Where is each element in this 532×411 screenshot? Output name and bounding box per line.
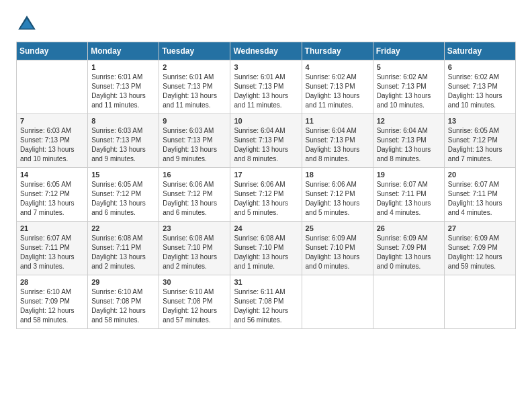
day-info: Sunrise: 6:03 AMSunset: 7:13 PMDaylight:…: [91, 126, 155, 164]
day-info: Sunrise: 6:10 AMSunset: 7:08 PMDaylight:…: [163, 287, 226, 325]
calendar-cell: 8 Sunrise: 6:03 AMSunset: 7:13 PMDayligh…: [88, 114, 159, 168]
day-number: 5: [377, 63, 441, 71]
header-saturday: Saturday: [444, 42, 515, 60]
calendar-cell: 10 Sunrise: 6:04 AMSunset: 7:13 PMDaylig…: [230, 114, 302, 168]
day-number: 31: [234, 278, 298, 286]
day-number: 24: [234, 224, 298, 232]
day-number: 30: [163, 278, 226, 286]
calendar-cell: 6 Sunrise: 6:02 AMSunset: 7:13 PMDayligh…: [444, 60, 515, 114]
day-info: Sunrise: 6:05 AMSunset: 7:12 PMDaylight:…: [91, 180, 155, 218]
calendar-cell: 17 Sunrise: 6:06 AMSunset: 7:12 PMDaylig…: [230, 168, 302, 222]
calendar-cell: [17, 60, 88, 114]
header-tuesday: Tuesday: [159, 42, 230, 60]
day-info: Sunrise: 6:04 AMSunset: 7:13 PMDaylight:…: [377, 126, 441, 164]
calendar-cell: 27 Sunrise: 6:09 AMSunset: 7:09 PMDaylig…: [444, 222, 515, 275]
day-info: Sunrise: 6:08 AMSunset: 7:10 PMDaylight:…: [163, 234, 226, 271]
calendar-cell: 18 Sunrise: 6:06 AMSunset: 7:12 PMDaylig…: [302, 168, 373, 222]
calendar-cell: 28 Sunrise: 6:10 AMSunset: 7:09 PMDaylig…: [17, 275, 88, 329]
calendar-cell: 4 Sunrise: 6:02 AMSunset: 7:13 PMDayligh…: [302, 60, 373, 114]
day-number: 27: [448, 224, 512, 232]
day-info: Sunrise: 6:06 AMSunset: 7:12 PMDaylight:…: [234, 180, 298, 218]
calendar-cell: 1 Sunrise: 6:01 AMSunset: 7:13 PMDayligh…: [88, 60, 159, 114]
day-number: 25: [306, 224, 369, 232]
day-number: 21: [20, 224, 84, 232]
calendar-week-5: 28 Sunrise: 6:10 AMSunset: 7:09 PMDaylig…: [17, 275, 516, 329]
calendar-cell: 9 Sunrise: 6:03 AMSunset: 7:13 PMDayligh…: [159, 114, 230, 168]
day-info: Sunrise: 6:04 AMSunset: 7:13 PMDaylight:…: [306, 126, 369, 164]
calendar-cell: 7 Sunrise: 6:03 AMSunset: 7:13 PMDayligh…: [17, 114, 88, 168]
day-number: 29: [91, 278, 155, 286]
day-info: Sunrise: 6:08 AMSunset: 7:11 PMDaylight:…: [91, 234, 155, 271]
calendar-week-3: 14 Sunrise: 6:05 AMSunset: 7:12 PMDaylig…: [17, 168, 516, 222]
day-number: 26: [377, 224, 441, 232]
calendar-cell: 24 Sunrise: 6:08 AMSunset: 7:10 PMDaylig…: [230, 222, 302, 275]
calendar-cell: 30 Sunrise: 6:10 AMSunset: 7:08 PMDaylig…: [159, 275, 230, 329]
calendar-cell: 14 Sunrise: 6:05 AMSunset: 7:12 PMDaylig…: [17, 168, 88, 222]
calendar-cell: 16 Sunrise: 6:06 AMSunset: 7:12 PMDaylig…: [159, 168, 230, 222]
calendar-week-4: 21 Sunrise: 6:07 AMSunset: 7:11 PMDaylig…: [17, 222, 516, 275]
day-info: Sunrise: 6:07 AMSunset: 7:11 PMDaylight:…: [20, 234, 84, 271]
day-info: Sunrise: 6:07 AMSunset: 7:11 PMDaylight:…: [377, 180, 441, 218]
day-number: 10: [234, 117, 298, 125]
calendar-cell: 21 Sunrise: 6:07 AMSunset: 7:11 PMDaylig…: [17, 222, 88, 275]
day-info: Sunrise: 6:11 AMSunset: 7:08 PMDaylight:…: [234, 287, 298, 325]
day-info: Sunrise: 6:03 AMSunset: 7:13 PMDaylight:…: [20, 126, 84, 164]
day-number: 12: [377, 117, 441, 125]
day-number: 17: [234, 171, 298, 179]
calendar-cell: 12 Sunrise: 6:04 AMSunset: 7:13 PMDaylig…: [373, 114, 444, 168]
day-number: 18: [306, 171, 369, 179]
calendar-cell: [302, 275, 373, 329]
header-thursday: Thursday: [302, 42, 373, 60]
day-number: 20: [448, 171, 512, 179]
day-info: Sunrise: 6:01 AMSunset: 7:13 PMDaylight:…: [91, 73, 155, 110]
day-number: 4: [306, 63, 369, 71]
calendar-cell: [444, 275, 515, 329]
day-info: Sunrise: 6:09 AMSunset: 7:09 PMDaylight:…: [448, 234, 512, 271]
day-number: 14: [20, 171, 84, 179]
day-number: 28: [20, 278, 84, 286]
day-number: 16: [163, 171, 226, 179]
day-info: Sunrise: 6:05 AMSunset: 7:12 PMDaylight:…: [20, 180, 84, 218]
day-number: 13: [448, 117, 512, 125]
calendar-cell: 25 Sunrise: 6:09 AMSunset: 7:10 PMDaylig…: [302, 222, 373, 275]
day-number: 22: [91, 224, 155, 232]
logo-icon: [16, 13, 38, 35]
calendar-cell: 5 Sunrise: 6:02 AMSunset: 7:13 PMDayligh…: [373, 60, 444, 114]
day-number: 9: [163, 117, 226, 125]
day-info: Sunrise: 6:06 AMSunset: 7:12 PMDaylight:…: [306, 180, 369, 218]
calendar-cell: 31 Sunrise: 6:11 AMSunset: 7:08 PMDaylig…: [230, 275, 302, 329]
header-friday: Friday: [373, 42, 444, 60]
calendar-header-row: SundayMondayTuesdayWednesdayThursdayFrid…: [17, 42, 516, 60]
day-number: 1: [91, 63, 155, 71]
day-info: Sunrise: 6:04 AMSunset: 7:13 PMDaylight:…: [234, 126, 298, 164]
day-info: Sunrise: 6:01 AMSunset: 7:13 PMDaylight:…: [163, 73, 226, 110]
calendar-week-2: 7 Sunrise: 6:03 AMSunset: 7:13 PMDayligh…: [17, 114, 516, 168]
day-info: Sunrise: 6:02 AMSunset: 7:13 PMDaylight:…: [306, 73, 369, 110]
day-info: Sunrise: 6:03 AMSunset: 7:13 PMDaylight:…: [163, 126, 226, 164]
calendar-cell: 2 Sunrise: 6:01 AMSunset: 7:13 PMDayligh…: [159, 60, 230, 114]
day-number: 3: [234, 63, 298, 71]
calendar-cell: 22 Sunrise: 6:08 AMSunset: 7:11 PMDaylig…: [88, 222, 159, 275]
calendar-cell: 13 Sunrise: 6:05 AMSunset: 7:12 PMDaylig…: [444, 114, 515, 168]
calendar-cell: 15 Sunrise: 6:05 AMSunset: 7:12 PMDaylig…: [88, 168, 159, 222]
day-number: 23: [163, 224, 226, 232]
day-info: Sunrise: 6:06 AMSunset: 7:12 PMDaylight:…: [163, 180, 226, 218]
day-number: 15: [91, 171, 155, 179]
header-monday: Monday: [88, 42, 159, 60]
day-info: Sunrise: 6:10 AMSunset: 7:08 PMDaylight:…: [91, 287, 155, 325]
day-number: 6: [448, 63, 512, 71]
day-info: Sunrise: 6:10 AMSunset: 7:09 PMDaylight:…: [20, 287, 84, 325]
day-info: Sunrise: 6:07 AMSunset: 7:11 PMDaylight:…: [448, 180, 512, 218]
day-info: Sunrise: 6:01 AMSunset: 7:13 PMDaylight:…: [234, 73, 298, 110]
calendar-cell: 29 Sunrise: 6:10 AMSunset: 7:08 PMDaylig…: [88, 275, 159, 329]
day-info: Sunrise: 6:05 AMSunset: 7:12 PMDaylight:…: [448, 126, 512, 164]
day-number: 19: [377, 171, 441, 179]
calendar-week-1: 1 Sunrise: 6:01 AMSunset: 7:13 PMDayligh…: [17, 60, 516, 114]
day-info: Sunrise: 6:09 AMSunset: 7:09 PMDaylight:…: [377, 234, 441, 271]
calendar-cell: 23 Sunrise: 6:08 AMSunset: 7:10 PMDaylig…: [159, 222, 230, 275]
day-number: 11: [306, 117, 369, 125]
day-number: 2: [163, 63, 226, 71]
calendar-cell: 11 Sunrise: 6:04 AMSunset: 7:13 PMDaylig…: [302, 114, 373, 168]
day-info: Sunrise: 6:02 AMSunset: 7:13 PMDaylight:…: [377, 73, 441, 110]
header-wednesday: Wednesday: [230, 42, 302, 60]
